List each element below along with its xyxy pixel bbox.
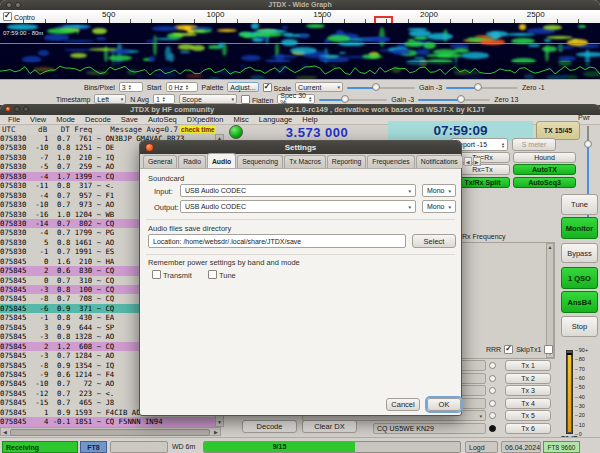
tx-radio-2[interactable] — [489, 375, 496, 382]
tab-audio[interactable]: Audio — [207, 153, 236, 168]
rrr-checkbox[interactable] — [504, 345, 513, 354]
controls-checkbox[interactable]: Contro — [3, 12, 35, 21]
signal-blob — [327, 35, 351, 42]
band-activity-hscrollbar[interactable]: ◀ ▶ — [0, 427, 221, 436]
signal-blob — [282, 26, 288, 29]
timestamp-combo[interactable]: Left▾ — [94, 94, 126, 104]
bypass-button[interactable]: Bypass — [561, 243, 598, 263]
clear-dx-button[interactable]: Clear DX — [302, 420, 357, 433]
checkbox-icon[interactable] — [3, 12, 12, 21]
output-combo[interactable]: USB Audio CODEC▾ — [180, 200, 416, 213]
signal-blob — [416, 49, 429, 55]
bins-spinbox[interactable]: 3▲▼ — [119, 82, 143, 92]
tx4-button[interactable]: Tx 4 — [505, 398, 551, 409]
tune-button[interactable]: Tune — [561, 194, 598, 215]
tx1-button[interactable]: Tx 1 — [505, 360, 551, 371]
gain2-slider[interactable] — [319, 95, 387, 104]
transmit-checkbox[interactable]: Transmit — [152, 270, 192, 280]
menu-dxpedition[interactable]: DXpedition — [187, 115, 224, 124]
tx2-button[interactable]: Tx 2 — [505, 373, 551, 384]
decode-button[interactable]: Decode — [242, 420, 297, 433]
main-titlebar[interactable]: JTDX by HF community v2.1.0-rc149 , deri… — [0, 104, 600, 115]
pwr-slider[interactable] — [583, 126, 593, 231]
dial-frequency[interactable]: 3.573 000 — [248, 124, 386, 141]
ruler-tick-label: 2000 — [420, 10, 438, 19]
zero-slider[interactable] — [446, 83, 518, 92]
hound-button[interactable]: Hound — [513, 152, 576, 163]
signal-blob — [217, 29, 237, 32]
select-button[interactable]: Select — [412, 234, 456, 248]
menu-save[interactable]: Save — [121, 115, 138, 124]
tab-sequencing[interactable]: Sequencing — [237, 155, 283, 168]
rx-freq-marker-icon[interactable] — [374, 16, 393, 23]
menu-language[interactable]: Language — [259, 115, 292, 124]
palette-label: Palette — [202, 84, 224, 91]
adjust-button[interactable]: Adjust... — [227, 82, 258, 92]
qso-button[interactable]: 1 QSO — [561, 267, 598, 289]
ansb4-button[interactable]: AnsB4 — [561, 291, 598, 313]
tab-reporting[interactable]: Reporting — [327, 155, 366, 168]
autotx-button[interactable]: AutoTX — [513, 164, 576, 175]
wide-graph-titlebar[interactable]: JTDX - Wide Graph — [0, 0, 600, 10]
scale-checkbox[interactable]: Scale — [263, 83, 291, 92]
flatten-checkbox[interactable]: Flatten — [241, 95, 273, 104]
autoseq-button[interactable]: AutoSeq3 — [513, 177, 576, 188]
tx6-button[interactable]: Tx 6 — [505, 423, 551, 434]
gain-slider[interactable] — [347, 83, 415, 92]
navg-spinbox[interactable]: 1▲▼ — [153, 94, 175, 104]
tab-tx-macros[interactable]: Tx Macros — [284, 155, 326, 168]
stop-button[interactable]: Stop — [561, 316, 598, 337]
output-channels-combo[interactable]: Mono▾ — [422, 200, 456, 213]
cancel-button[interactable]: Cancel — [386, 398, 420, 411]
tab-radio[interactable]: Radio — [178, 155, 206, 168]
tx-radio-4[interactable] — [489, 400, 496, 407]
close-icon[interactable] — [6, 2, 12, 8]
close-icon[interactable] — [5, 106, 11, 112]
signal-blob — [89, 48, 119, 51]
skiptx1-checkbox[interactable] — [544, 345, 553, 354]
decode-row[interactable]: 075845 4 -0.1 1851 ~ CQ F5NNN IN94 — [0, 417, 215, 426]
waterfall[interactable]: 07:59:00 - 80m — [0, 23, 600, 79]
menu-mode[interactable]: Mode — [56, 115, 75, 124]
tx3-button[interactable]: Tx 3 — [505, 385, 551, 396]
tab-scroll-arrows[interactable]: ◀▶ — [464, 157, 481, 166]
monitor-button[interactable]: Monitor — [561, 217, 598, 239]
pwr-slider-knob[interactable] — [584, 140, 592, 148]
menu-autoseq[interactable]: AutoSeq — [148, 115, 177, 124]
input-channels-combo[interactable]: Mono▾ — [422, 184, 456, 197]
zero2-slider[interactable] — [418, 95, 490, 104]
ruler-tick-label: 2500 — [527, 10, 545, 19]
menu-help[interactable]: Help — [302, 115, 317, 124]
input-combo[interactable]: USB Audio CODEC▾ — [180, 184, 416, 197]
tx-radio-5[interactable] — [489, 412, 496, 419]
tune-checkbox[interactable]: Tune — [208, 270, 236, 280]
rx-frequency-pane[interactable]: ▲▼ — [461, 242, 555, 359]
maximize-icon[interactable] — [23, 106, 29, 112]
tx-radio-3[interactable] — [489, 387, 496, 394]
tx-radio-6[interactable] — [489, 425, 496, 432]
location-field[interactable]: Location: /home/websdr/.local/share/JTDX… — [148, 234, 406, 248]
scope-combo[interactable]: Scope▾ — [179, 94, 237, 104]
menu-misc[interactable]: Misc — [233, 115, 248, 124]
tx5-button[interactable]: Tx 5 — [505, 410, 551, 421]
signal-blob — [70, 53, 87, 58]
palette-combo[interactable]: Current▾ — [295, 82, 343, 92]
wide-graph-window: JTDX - Wide Graph Contro 500100015002000… — [0, 0, 600, 104]
minimize-icon[interactable] — [15, 2, 21, 8]
frequency-ruler[interactable]: Contro 5001000150020002500 — [0, 10, 600, 24]
start-spinbox[interactable]: 0 Hz▲▼ — [166, 82, 198, 92]
tab-frequencies[interactable]: Frequencies — [367, 155, 414, 168]
tx-message-field-6[interactable]: CQ US5WE KN29 — [373, 423, 486, 434]
close-icon[interactable] — [145, 143, 154, 152]
settings-titlebar[interactable]: Settings — [140, 141, 461, 154]
txrx-split-button[interactable]: Tx/Rx Split — [455, 177, 510, 188]
spec-spinbox[interactable]: Spec 30 %▲▼ — [277, 94, 315, 104]
tab-general[interactable]: General — [143, 155, 177, 168]
minimize-icon[interactable] — [14, 106, 20, 112]
menu-decode[interactable]: Decode — [85, 115, 111, 124]
menu-file[interactable]: File — [8, 115, 20, 124]
tab-notifications[interactable]: Notifications — [416, 155, 463, 168]
tx-radio-1[interactable] — [489, 362, 496, 369]
menu-view[interactable]: View — [30, 115, 46, 124]
ok-button[interactable]: OK — [427, 398, 461, 411]
